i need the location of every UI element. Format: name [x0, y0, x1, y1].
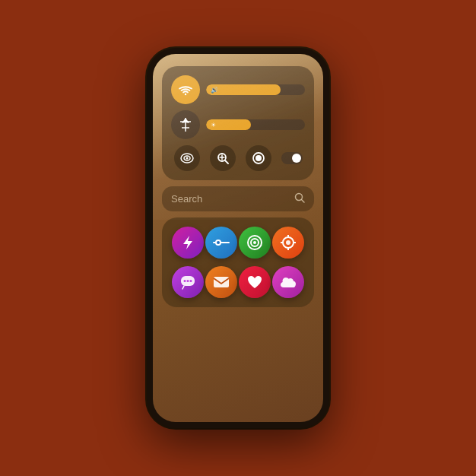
photo-app-icon[interactable] — [272, 227, 304, 259]
magnify-icon — [217, 152, 229, 164]
app-row-1 — [171, 227, 305, 259]
settings-symbol — [213, 237, 230, 248]
svg-point-23 — [286, 240, 290, 245]
search-bar[interactable]: Search — [162, 186, 314, 211]
bolt-app-icon[interactable] — [172, 227, 204, 259]
svg-point-21 — [253, 241, 256, 244]
volume-icon: 🔊 — [211, 87, 218, 94]
cloud-app-icon[interactable] — [272, 266, 304, 298]
small-icons-row — [171, 145, 305, 171]
svg-point-31 — [190, 280, 192, 282]
airplane-button[interactable] — [171, 110, 200, 139]
cellular-button[interactable] — [174, 145, 200, 171]
svg-point-5 — [186, 157, 188, 160]
brightness-icon: ☀ — [211, 122, 216, 129]
photo-symbol — [279, 233, 297, 252]
wifi-volume-row: 🔊 — [171, 75, 305, 104]
search-placeholder: Search — [171, 193, 290, 205]
cellular-icon — [180, 153, 194, 163]
bolt-symbol — [180, 234, 195, 251]
mail-app-icon[interactable] — [205, 266, 237, 298]
app-row-2 — [171, 266, 305, 298]
chat-symbol — [179, 274, 196, 290]
svg-line-7 — [225, 160, 228, 163]
wifi-icon — [178, 84, 193, 96]
app-grid-panel — [162, 217, 314, 307]
record-icon — [252, 151, 265, 165]
svg-marker-14 — [183, 236, 192, 249]
volume-slider-container: 🔊 — [206, 84, 305, 95]
airplane-icon — [177, 116, 194, 133]
zoom-button[interactable] — [210, 145, 236, 171]
wifi-button[interactable] — [171, 75, 200, 104]
svg-point-11 — [255, 155, 262, 161]
svg-rect-32 — [214, 277, 229, 287]
phone-screen: 🔊 ☀ — [153, 54, 323, 422]
svg-point-30 — [187, 280, 189, 282]
envelope-symbol — [213, 275, 230, 289]
phone-frame: 🔊 ☀ — [147, 48, 329, 428]
cloud-symbol — [279, 275, 297, 289]
brightness-slider-container: ☀ — [206, 119, 305, 130]
settings-app-icon[interactable] — [205, 227, 237, 259]
svg-point-16 — [217, 241, 220, 244]
svg-line-13 — [302, 200, 305, 203]
target-app-icon[interactable] — [239, 227, 271, 259]
volume-slider[interactable]: 🔊 — [206, 84, 305, 95]
health-app-icon[interactable] — [239, 266, 271, 298]
search-icon — [294, 192, 305, 205]
airplane-brightness-row: ☀ — [171, 110, 305, 139]
target-symbol — [246, 234, 263, 251]
control-center-panel: 🔊 ☀ — [162, 66, 314, 180]
toggle-button[interactable] — [281, 152, 303, 164]
brightness-slider[interactable]: ☀ — [206, 119, 305, 130]
heart-symbol — [246, 274, 263, 290]
svg-point-29 — [184, 280, 186, 282]
toggle-knob — [292, 154, 301, 163]
record-button[interactable] — [246, 145, 271, 171]
chat-app-icon[interactable] — [172, 266, 204, 298]
